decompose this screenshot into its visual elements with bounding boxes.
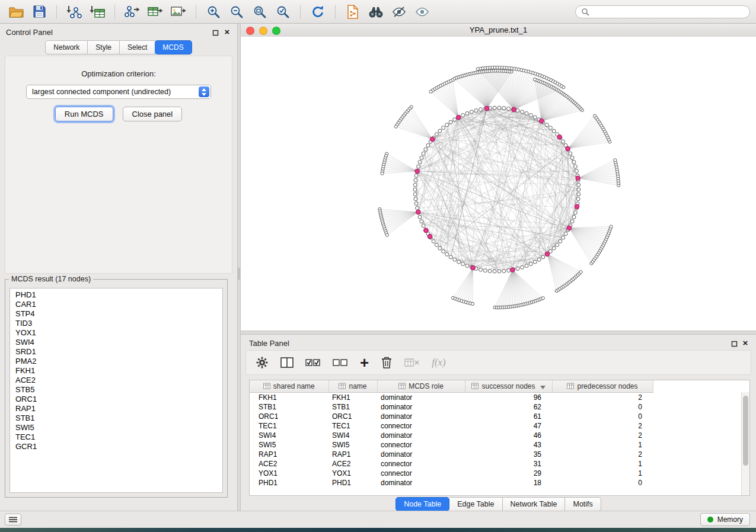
dominator-node[interactable] <box>484 106 489 111</box>
close-window-icon[interactable] <box>246 27 254 35</box>
zoom-in-button[interactable] <box>203 3 224 21</box>
network-node[interactable] <box>449 255 452 259</box>
table-cell[interactable]: dominator <box>377 402 465 412</box>
network-node[interactable] <box>435 133 438 136</box>
search-input[interactable] <box>593 7 744 17</box>
dominator-node[interactable] <box>416 210 421 214</box>
table-cell[interactable]: 62 <box>465 402 552 412</box>
network-node[interactable] <box>422 224 425 227</box>
mcds-node-item[interactable]: GCR1 <box>10 442 222 451</box>
network-node[interactable] <box>381 172 384 175</box>
network-node[interactable] <box>516 109 519 113</box>
network-node[interactable] <box>552 246 556 250</box>
network-node[interactable] <box>442 249 445 253</box>
network-node[interactable] <box>579 271 582 274</box>
network-node[interactable] <box>548 126 552 130</box>
network-node[interactable] <box>521 110 524 114</box>
network-node[interactable] <box>426 143 430 147</box>
network-node[interactable] <box>564 232 567 236</box>
tab-mcds[interactable]: MCDS <box>155 40 192 55</box>
table-cell[interactable]: SWI4 <box>250 431 328 440</box>
network-node[interactable] <box>416 206 419 210</box>
tab-network-table[interactable]: Network Table <box>503 497 566 511</box>
table-cell[interactable]: PHD1 <box>250 478 328 488</box>
network-graph[interactable] <box>241 37 756 331</box>
table-cell[interactable]: FKH1 <box>250 393 328 403</box>
network-node[interactable] <box>420 220 423 223</box>
close-mcds-panel-button[interactable]: Close panel <box>123 107 183 121</box>
table-row[interactable]: FKH1FKH1dominator962 <box>250 393 653 403</box>
table-cell[interactable]: 2 <box>552 431 653 440</box>
select-all-button[interactable] <box>305 355 321 370</box>
table-cell[interactable]: dominator <box>377 393 465 403</box>
optimization-criterion-select[interactable]: largest connected component (undirected) <box>26 85 211 99</box>
network-node[interactable] <box>507 269 511 273</box>
network-node[interactable] <box>479 268 483 271</box>
mcds-node-item[interactable]: SWI4 <box>10 338 222 347</box>
table-cell[interactable]: PHD1 <box>328 478 377 488</box>
network-node[interactable] <box>529 113 532 117</box>
mcds-node-item[interactable]: RAP1 <box>10 404 222 414</box>
zoom-selected-button[interactable] <box>273 3 293 21</box>
network-node[interactable] <box>417 165 420 168</box>
table-row[interactable]: PHD1PHD1dominator180 <box>250 478 653 488</box>
network-node[interactable] <box>569 152 572 155</box>
dominator-node[interactable] <box>539 118 544 123</box>
network-node[interactable] <box>573 211 577 214</box>
table-cell[interactable]: 43 <box>465 440 552 450</box>
column-header-successor-nodes[interactable]: successor nodes <box>465 380 552 393</box>
network-node[interactable] <box>575 169 578 173</box>
table-cell[interactable]: 2 <box>552 450 653 459</box>
network-node[interactable] <box>570 220 574 223</box>
table-cell[interactable]: 0 <box>552 412 653 421</box>
network-node[interactable] <box>559 239 562 243</box>
table-cell[interactable]: 1 <box>552 440 653 450</box>
export-table-button[interactable] <box>145 3 165 21</box>
run-mcds-button[interactable]: Run MCDS <box>55 107 113 121</box>
table-cell[interactable]: YOX1 <box>250 469 328 478</box>
dominator-node[interactable] <box>428 234 432 239</box>
network-node[interactable] <box>418 215 422 219</box>
save-session-button[interactable] <box>29 3 49 21</box>
network-node[interactable] <box>497 270 501 273</box>
network-node[interactable] <box>445 252 449 256</box>
table-row[interactable]: RAP1RAP1dominator352 <box>250 450 653 459</box>
dominator-node[interactable] <box>576 176 580 181</box>
table-cell[interactable]: dominator <box>377 412 465 421</box>
network-node[interactable] <box>442 126 445 130</box>
table-cell[interactable]: dominator <box>377 431 465 440</box>
table-cell[interactable]: connector <box>377 459 465 469</box>
network-node[interactable] <box>420 156 423 159</box>
zoom-out-button[interactable] <box>227 3 247 21</box>
table-cell[interactable]: 1 <box>552 469 653 478</box>
network-node[interactable] <box>413 193 417 196</box>
dominator-node[interactable] <box>415 169 420 174</box>
network-node[interactable] <box>474 109 478 113</box>
table-cell[interactable]: 1 <box>552 459 653 469</box>
mcds-node-item[interactable]: STB5 <box>10 385 222 395</box>
network-node[interactable] <box>576 197 580 201</box>
network-node[interactable] <box>556 243 559 246</box>
network-node[interactable] <box>438 246 442 250</box>
network-node[interactable] <box>429 90 432 93</box>
mcds-node-item[interactable]: TID3 <box>10 319 222 328</box>
network-node[interactable] <box>541 255 545 259</box>
table-row[interactable]: YOX1YOX1connector291 <box>250 469 653 478</box>
table-cell[interactable]: 31 <box>465 459 552 469</box>
unselect-all-button[interactable] <box>333 355 348 370</box>
column-header-shared-name[interactable]: shared name <box>250 380 328 393</box>
network-node[interactable] <box>385 233 388 236</box>
network-node[interactable] <box>461 262 465 266</box>
search-network-button[interactable] <box>366 3 386 21</box>
zoom-fit-button[interactable] <box>250 3 270 21</box>
network-node[interactable] <box>533 116 537 119</box>
network-node[interactable] <box>614 159 617 162</box>
network-node[interactable] <box>562 236 565 239</box>
table-cell[interactable]: connector <box>377 440 465 450</box>
network-node[interactable] <box>541 297 544 300</box>
network-node[interactable] <box>418 161 422 164</box>
network-node[interactable] <box>435 243 438 246</box>
network-node[interactable] <box>432 239 435 243</box>
network-node[interactable] <box>577 188 580 191</box>
table-cell[interactable]: ORC1 <box>250 412 328 421</box>
